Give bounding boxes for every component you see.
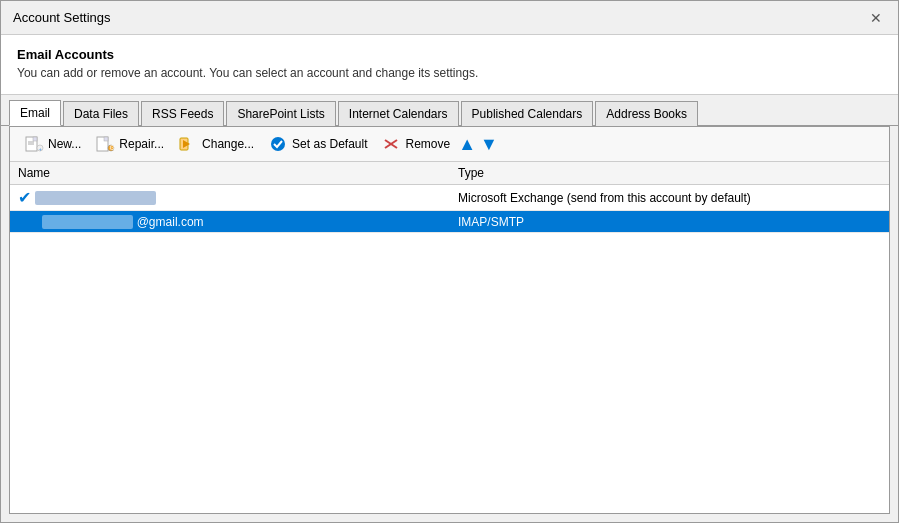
repair-icon: ⚙ (95, 136, 115, 152)
row1-email-blurred (35, 191, 156, 205)
move-up-button[interactable]: ▲ (458, 134, 476, 155)
account-settings-window: Account Settings ✕ Email Accounts You ca… (0, 0, 899, 523)
row2-type: IMAP/SMTP (458, 215, 881, 229)
move-down-button[interactable]: ▼ (480, 134, 498, 155)
repair-label: Repair... (119, 137, 164, 151)
svg-rect-7 (104, 137, 108, 141)
set-default-label: Set as Default (292, 137, 367, 151)
svg-text:+: + (39, 146, 43, 152)
tab-internet-calendars[interactable]: Internet Calendars (338, 101, 459, 126)
toolbar: + New... ⚙ Repair... (10, 127, 889, 162)
repair-button[interactable]: ⚙ Repair... (89, 133, 170, 155)
col-name-header: Name (18, 166, 458, 180)
svg-rect-1 (33, 137, 37, 141)
col-type-header: Type (458, 166, 881, 180)
tab-email[interactable]: Email (9, 100, 61, 126)
header-section: Email Accounts You can add or remove an … (1, 35, 898, 95)
new-button[interactable]: + New... (18, 133, 87, 155)
close-icon: ✕ (870, 10, 882, 26)
accounts-table: Name Type ✔ Microsoft Exchange (send fro… (10, 162, 889, 513)
tab-sharepoint-lists[interactable]: SharePoint Lists (226, 101, 335, 126)
row2-email-suffix: @gmail.com (137, 215, 204, 229)
set-default-button[interactable]: Set as Default (262, 133, 373, 155)
row1-type: Microsoft Exchange (send from this accou… (458, 191, 881, 205)
new-label: New... (48, 137, 81, 151)
change-icon (178, 136, 198, 152)
tab-data-files[interactable]: Data Files (63, 101, 139, 126)
row2-email-blurred (42, 215, 133, 229)
section-title: Email Accounts (17, 47, 882, 62)
section-description: You can add or remove an account. You ca… (17, 66, 882, 80)
remove-label: Remove (405, 137, 450, 151)
svg-point-12 (271, 137, 285, 151)
change-label: Change... (202, 137, 254, 151)
tab-published-calendars[interactable]: Published Calendars (461, 101, 594, 126)
reorder-arrows: ▲ ▼ (458, 134, 498, 155)
row1-name: ✔ (18, 188, 458, 207)
title-bar: Account Settings ✕ (1, 1, 898, 35)
table-row[interactable]: ✔ Microsoft Exchange (send from this acc… (10, 185, 889, 211)
set-default-icon (268, 136, 288, 152)
tab-rss-feeds[interactable]: RSS Feeds (141, 101, 224, 126)
remove-button[interactable]: Remove (375, 133, 456, 155)
tabs-container: Email Data Files RSS Feeds SharePoint Li… (1, 99, 898, 126)
default-check-icon: ✔ (18, 188, 31, 207)
svg-text:⚙: ⚙ (110, 144, 116, 151)
remove-icon (381, 136, 401, 152)
new-icon: + (24, 136, 44, 152)
row2-name: @gmail.com (18, 215, 458, 229)
tab-address-books[interactable]: Address Books (595, 101, 698, 126)
table-row[interactable]: @gmail.com IMAP/SMTP (10, 211, 889, 233)
main-panel: + New... ⚙ Repair... (9, 126, 890, 514)
close-button[interactable]: ✕ (866, 8, 886, 28)
table-header: Name Type (10, 162, 889, 185)
window-title: Account Settings (13, 10, 111, 25)
change-button[interactable]: Change... (172, 133, 260, 155)
